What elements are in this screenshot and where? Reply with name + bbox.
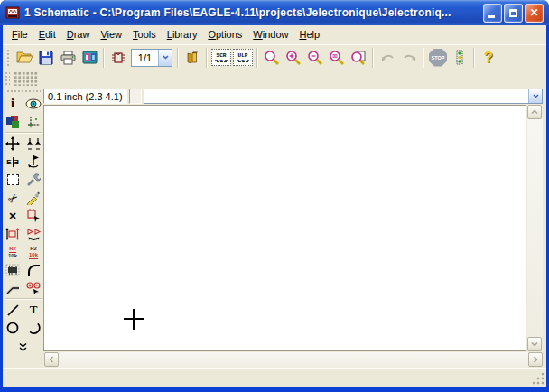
menu-library[interactable]: Library <box>162 27 203 42</box>
paste-tool-button[interactable] <box>24 190 42 207</box>
vertical-scrollbar[interactable] <box>527 105 543 351</box>
use-library-button[interactable] <box>181 48 203 68</box>
menu-help[interactable]: Help <box>293 27 325 42</box>
mirror-tool-button[interactable]: EƎ <box>4 154 22 171</box>
chevron-up-icon <box>531 109 538 115</box>
library-books-icon <box>185 51 200 65</box>
open-button[interactable] <box>14 48 35 68</box>
delete-tool-button[interactable]: ✕ <box>4 208 22 225</box>
display-tool-button[interactable] <box>4 114 22 131</box>
group-tool-button[interactable] <box>4 172 22 189</box>
canvas[interactable] <box>43 105 526 351</box>
toolbar-separator <box>177 48 179 68</box>
erc-button[interactable] <box>449 48 470 68</box>
app-window: 1 Schematic - C:\Program Files\EAGLE-4.1… <box>0 0 549 392</box>
menu-options[interactable]: Options <box>202 27 247 42</box>
text-tool-button[interactable]: T <box>24 302 42 319</box>
split-tool-button[interactable] <box>4 280 22 297</box>
zoom-redraw-button[interactable] <box>348 48 369 68</box>
move-tool-button[interactable] <box>4 135 22 153</box>
menu-edit[interactable]: Edit <box>33 27 61 42</box>
menu-window[interactable]: Window <box>247 27 293 42</box>
pinswap-icon <box>5 227 20 241</box>
add-tool-button[interactable] <box>24 208 42 225</box>
invoke-icon <box>26 282 42 294</box>
wire-icon <box>6 303 20 317</box>
info-tool-button[interactable]: i <box>4 96 22 113</box>
undo-button[interactable] <box>377 48 398 68</box>
command-dropdown-button[interactable] <box>528 89 542 103</box>
print-button[interactable] <box>57 48 79 68</box>
statusbar <box>3 368 546 387</box>
text-t-icon: T <box>30 303 38 317</box>
more-tools-button[interactable] <box>14 339 33 356</box>
scroll-left-button[interactable] <box>44 352 59 367</box>
command-combobox[interactable] <box>144 89 543 104</box>
help-icon: ? <box>484 50 493 66</box>
stop-button[interactable]: STOP <box>427 48 449 68</box>
zoom-fit-button[interactable] <box>261 48 283 68</box>
help-button[interactable]: ? <box>478 48 499 68</box>
close-button[interactable]: ✕ <box>525 4 544 23</box>
circle-icon <box>5 321 20 335</box>
circle-tool-button[interactable] <box>4 320 22 337</box>
scroll-up-button[interactable] <box>527 105 542 119</box>
save-icon <box>39 51 53 65</box>
sheet-dropdown-button[interactable] <box>158 50 172 66</box>
maximize-button[interactable] <box>504 4 523 23</box>
zoom-out-button[interactable] <box>304 48 326 68</box>
open-board-button[interactable] <box>107 48 129 68</box>
show-tool-button[interactable] <box>24 96 42 113</box>
menu-view[interactable]: View <box>95 27 127 42</box>
zoom-in-button[interactable] <box>283 48 304 68</box>
ulp-icon: ULP <box>233 49 253 66</box>
scroll-right-button[interactable] <box>528 352 543 367</box>
pinswap-tool-button[interactable] <box>4 226 22 243</box>
zoom-fit-icon <box>264 50 280 66</box>
chevron-down-icon <box>533 94 539 98</box>
redo-icon <box>402 52 417 62</box>
arc-icon <box>26 321 41 335</box>
selection-box-icon <box>7 174 19 185</box>
cam-processor-button[interactable] <box>79 48 100 68</box>
run-script-button[interactable]: SCR <box>210 48 232 68</box>
redo-button[interactable] <box>398 48 420 68</box>
horizontal-scrollbar[interactable] <box>44 352 543 368</box>
rotate-tool-button[interactable] <box>24 154 42 171</box>
vertical-scroll-track[interactable] <box>527 119 543 337</box>
menu-file[interactable]: File <box>6 27 33 42</box>
mark-tool-button[interactable] <box>24 114 42 131</box>
scroll-down-button[interactable] <box>527 337 542 351</box>
save-button[interactable] <box>35 48 57 68</box>
change-tool-button[interactable] <box>24 172 42 189</box>
chevron-right-icon <box>533 356 538 363</box>
run-ulp-button[interactable]: ULP <box>232 48 254 68</box>
copy-tool-button[interactable] <box>24 135 42 153</box>
value-tool-button[interactable]: R210k <box>24 244 42 261</box>
print-icon <box>60 51 76 65</box>
palette-grip[interactable] <box>6 89 41 94</box>
titlebar[interactable]: 1 Schematic - C:\Program Files\EAGLE-4.1… <box>0 0 549 25</box>
name-tool-button[interactable]: R210k <box>4 244 22 261</box>
toolbar-separator <box>103 48 105 68</box>
horizontal-scroll-track[interactable] <box>59 352 528 368</box>
gateswap-tool-button[interactable] <box>24 226 42 243</box>
zoom-select-button[interactable] <box>326 48 348 68</box>
toolbar-dock-grip[interactable] <box>14 71 38 86</box>
invoke-tool-button[interactable] <box>24 280 42 297</box>
miter-tool-button[interactable] <box>24 262 42 279</box>
toolbar-grip[interactable] <box>5 71 10 86</box>
toolbar-separator <box>256 48 258 68</box>
cut-tool-button[interactable]: ✂ <box>4 190 22 207</box>
resize-grip[interactable] <box>533 373 544 385</box>
arc-tool-button[interactable] <box>24 320 42 337</box>
menu-draw[interactable]: Draw <box>61 27 96 42</box>
command-input[interactable] <box>144 89 528 103</box>
split-icon <box>6 282 20 295</box>
toolbar-grip[interactable] <box>6 49 10 67</box>
minimize-button[interactable] <box>483 4 502 23</box>
menu-tools[interactable]: Tools <box>127 27 162 42</box>
wire-tool-button[interactable] <box>4 302 22 319</box>
smash-tool-button[interactable] <box>4 262 22 279</box>
sheet-selector[interactable]: 1/1 <box>131 49 172 67</box>
